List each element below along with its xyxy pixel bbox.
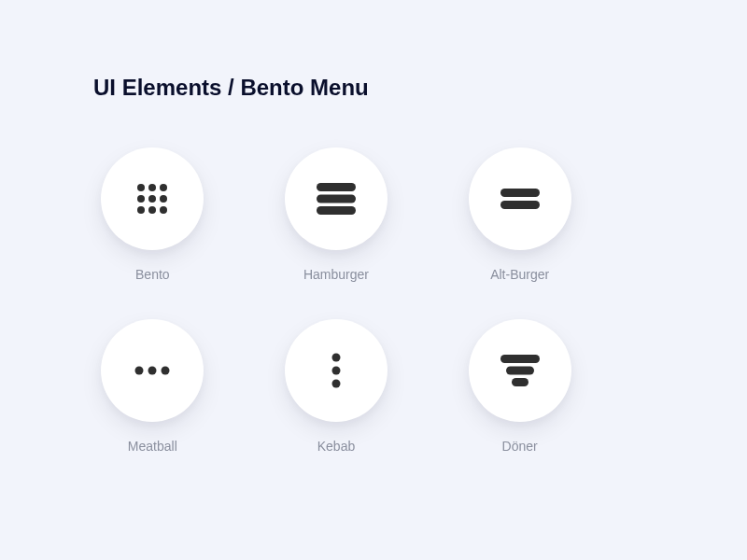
bento-button[interactable] <box>101 147 204 250</box>
doner-button[interactable] <box>469 319 571 422</box>
svg-rect-9 <box>317 183 356 191</box>
meatball-button[interactable] <box>101 319 204 422</box>
svg-point-6 <box>137 206 145 214</box>
svg-point-3 <box>137 195 145 203</box>
svg-point-2 <box>160 184 167 191</box>
bento-item: Bento <box>93 147 212 282</box>
svg-rect-13 <box>500 201 540 209</box>
bento-label: Bento <box>135 267 170 282</box>
page-title: UI Elements / Bento Menu <box>93 75 654 101</box>
svg-rect-10 <box>317 195 356 203</box>
alt-burger-label: Alt-Burger <box>490 267 549 282</box>
svg-point-16 <box>162 367 170 375</box>
svg-point-5 <box>160 195 167 203</box>
svg-point-0 <box>137 184 145 191</box>
svg-point-19 <box>331 380 340 388</box>
svg-rect-21 <box>506 367 534 375</box>
svg-point-7 <box>148 206 156 214</box>
svg-point-4 <box>148 195 156 203</box>
doner-label: Döner <box>502 439 538 454</box>
svg-point-15 <box>148 367 157 375</box>
hamburger-label: Hamburger <box>303 267 369 282</box>
alt-burger-icon <box>500 189 540 209</box>
kebab-label: Kebab <box>317 439 355 454</box>
hamburger-button[interactable] <box>285 147 388 250</box>
svg-point-17 <box>331 354 340 362</box>
bento-icon <box>134 181 170 217</box>
hamburger-icon <box>317 183 356 215</box>
kebab-item: Kebab <box>277 319 396 454</box>
alt-burger-item: Alt-Burger <box>460 147 579 282</box>
svg-point-18 <box>331 367 340 375</box>
meatball-label: Meatball <box>128 439 177 454</box>
kebab-icon <box>331 353 341 388</box>
svg-point-1 <box>148 184 156 191</box>
svg-rect-12 <box>500 189 540 197</box>
meatball-item: Meatball <box>93 319 212 454</box>
alt-burger-button[interactable] <box>469 147 571 250</box>
meatball-icon <box>134 366 170 375</box>
icon-grid: Bento Hamburger Alt-Burger <box>93 147 579 454</box>
svg-rect-22 <box>512 378 529 386</box>
doner-item: Döner <box>460 319 579 454</box>
svg-rect-20 <box>500 355 540 363</box>
svg-point-14 <box>135 367 144 375</box>
kebab-button[interactable] <box>285 319 388 422</box>
hamburger-item: Hamburger <box>277 147 396 282</box>
svg-rect-11 <box>317 206 356 215</box>
doner-icon <box>500 355 540 386</box>
svg-point-8 <box>160 206 167 214</box>
